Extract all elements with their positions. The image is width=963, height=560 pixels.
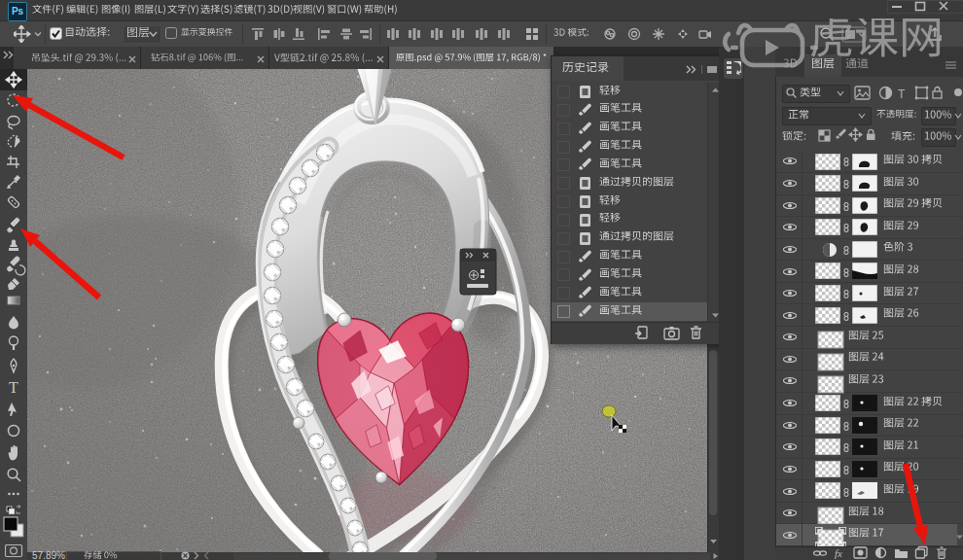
svg-text:fx: fx: [835, 547, 842, 559]
